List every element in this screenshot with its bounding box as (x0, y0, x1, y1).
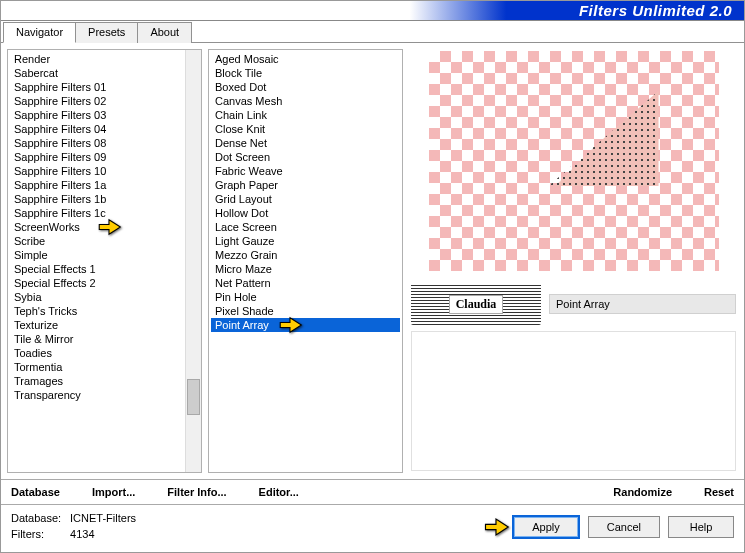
tab-about[interactable]: About (137, 22, 192, 43)
category-item[interactable]: Scribe (10, 234, 199, 248)
category-item[interactable]: Simple (10, 248, 199, 262)
category-list: RenderSabercatSapphire Filters 01Sapphir… (7, 49, 202, 473)
filter-item[interactable]: Dense Net (211, 136, 400, 150)
category-item[interactable]: Texturize (10, 318, 199, 332)
category-item[interactable]: Special Effects 2 (10, 276, 199, 290)
category-item[interactable]: Sapphire Filters 02 (10, 94, 199, 108)
category-item[interactable]: Sapphire Filters 09 (10, 150, 199, 164)
category-item[interactable]: Sybia (10, 290, 199, 304)
database-button[interactable]: Database (11, 486, 60, 498)
filter-item[interactable]: Pixel Shade (211, 304, 400, 318)
main-panel: RenderSabercatSapphire Filters 01Sapphir… (1, 43, 744, 479)
category-item[interactable]: Sapphire Filters 1c (10, 206, 199, 220)
filter-list: Aged MosaicBlock TileBoxed DotCanvas Mes… (208, 49, 403, 473)
filter-item[interactable]: Point Array (211, 318, 400, 332)
scrollbar[interactable] (185, 50, 201, 472)
filter-title-row: Claudia Point Array (411, 283, 736, 325)
tab-navigator[interactable]: Navigator (3, 22, 76, 43)
filter-item[interactable]: Micro Maze (211, 262, 400, 276)
filter-item[interactable]: Graph Paper (211, 178, 400, 192)
filter-item[interactable]: Dot Screen (211, 150, 400, 164)
filter-item[interactable]: Net Pattern (211, 276, 400, 290)
category-item[interactable]: Sapphire Filters 1b (10, 192, 199, 206)
category-item[interactable]: Sabercat (10, 66, 199, 80)
filter-item[interactable]: Boxed Dot (211, 80, 400, 94)
filter-item[interactable]: Grid Layout (211, 192, 400, 206)
category-item[interactable]: Sapphire Filters 1a (10, 178, 199, 192)
preview-image (429, 51, 719, 271)
db-label: Database: (11, 511, 67, 526)
app-title: Filters Unlimited 2.0 (579, 2, 732, 19)
category-item[interactable]: Render (10, 52, 199, 66)
database-info: Database: ICNET-Filters Filters: 4134 (11, 511, 504, 542)
filter-info-button[interactable]: Filter Info... (167, 486, 226, 498)
randomize-button[interactable]: Randomize (613, 486, 672, 498)
db-value: ICNET-Filters (70, 512, 136, 524)
category-item[interactable]: Special Effects 1 (10, 262, 199, 276)
category-item[interactable]: Tramages (10, 374, 199, 388)
category-item[interactable]: ScreenWorks (10, 220, 199, 234)
apply-button[interactable]: Apply (512, 515, 580, 539)
filters-count-value: 4134 (70, 528, 94, 540)
filter-item[interactable]: Pin Hole (211, 290, 400, 304)
filter-item[interactable]: Canvas Mesh (211, 94, 400, 108)
preview-shape (549, 91, 659, 186)
filter-item[interactable]: Light Gauze (211, 234, 400, 248)
toolbar: Database Import... Filter Info... Editor… (1, 479, 744, 505)
current-filter-name: Point Array (549, 294, 736, 314)
category-item[interactable]: Sapphire Filters 01 (10, 80, 199, 94)
filter-item[interactable]: Mezzo Grain (211, 248, 400, 262)
import-button[interactable]: Import... (92, 486, 135, 498)
filter-item[interactable]: Block Tile (211, 66, 400, 80)
category-item[interactable]: Sapphire Filters 04 (10, 122, 199, 136)
category-item[interactable]: Transparency (10, 388, 199, 402)
scroll-thumb[interactable] (187, 379, 200, 415)
watermark-text: Claudia (449, 295, 504, 314)
filter-item[interactable]: Fabric Weave (211, 164, 400, 178)
filter-item[interactable]: Hollow Dot (211, 206, 400, 220)
category-item[interactable]: Tile & Mirror (10, 332, 199, 346)
filter-item[interactable]: Lace Screen (211, 220, 400, 234)
title-bar: Filters Unlimited 2.0 (1, 1, 744, 21)
pointer-icon (277, 314, 303, 336)
help-button[interactable]: Help (668, 516, 734, 538)
filter-item[interactable]: Close Knit (211, 122, 400, 136)
category-list-body[interactable]: RenderSabercatSapphire Filters 01Sapphir… (8, 50, 201, 472)
filter-list-body[interactable]: Aged MosaicBlock TileBoxed DotCanvas Mes… (209, 50, 402, 472)
category-item[interactable]: Sapphire Filters 08 (10, 136, 199, 150)
footer: Database: ICNET-Filters Filters: 4134 Ap… (1, 505, 744, 552)
editor-button[interactable]: Editor... (259, 486, 299, 498)
preview-panel: Claudia Point Array (409, 49, 738, 473)
category-item[interactable]: Sapphire Filters 10 (10, 164, 199, 178)
tab-presets[interactable]: Presets (75, 22, 138, 43)
filter-item[interactable]: Aged Mosaic (211, 52, 400, 66)
filter-item[interactable]: Chain Link (211, 108, 400, 122)
watermark-badge: Claudia (411, 283, 541, 325)
reset-button[interactable]: Reset (704, 486, 734, 498)
category-item[interactable]: Toadies (10, 346, 199, 360)
tab-strip: NavigatorPresetsAbout (1, 21, 744, 43)
cancel-button[interactable]: Cancel (588, 516, 660, 538)
filters-count-label: Filters: (11, 527, 67, 542)
category-item[interactable]: Tormentia (10, 360, 199, 374)
parameter-area (411, 331, 736, 471)
category-item[interactable]: Sapphire Filters 03 (10, 108, 199, 122)
category-item[interactable]: Teph's Tricks (10, 304, 199, 318)
